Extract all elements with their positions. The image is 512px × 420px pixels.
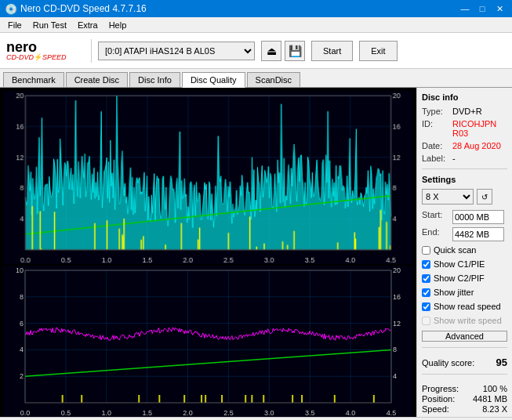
tab-disc-info[interactable]: Disc Info [129, 72, 180, 87]
speed-row: Speed: 8.23 X [422, 404, 507, 414]
tab-benchmark[interactable]: Benchmark [3, 72, 64, 87]
nero-product-text: CD-DVD⚡SPEED [6, 54, 67, 61]
c1pie-row: Show C1/PIE [422, 259, 507, 269]
quick-scan-row: Quick scan [422, 245, 507, 255]
progress-section: Progress: 100 % Position: 4481 MB Speed:… [422, 383, 507, 415]
legend-area: PI Errors Average: 3.93 Maximum: 16 Tota… [0, 417, 512, 420]
quality-value: 95 [496, 357, 507, 368]
start-button[interactable]: Start [311, 41, 353, 61]
quick-scan-label: Quick scan [434, 245, 476, 255]
maximize-button[interactable]: □ [474, 2, 490, 15]
write-speed-row: Show write speed [422, 316, 507, 325]
read-speed-label: Show read speed [434, 302, 501, 311]
minimize-button[interactable]: — [457, 2, 473, 15]
settings-title: Settings [422, 175, 507, 184]
write-speed-label: Show write speed [434, 316, 502, 325]
menu-help[interactable]: Help [104, 19, 132, 31]
eject-icon-button[interactable]: ⏏ [261, 41, 281, 61]
jitter-row: Show jitter [422, 288, 507, 297]
disc-label-label: Label: [422, 154, 449, 163]
divider-3 [422, 374, 507, 375]
toolbar-icons: ⏏ 💾 [261, 41, 305, 61]
divider-2 [422, 347, 507, 348]
quick-scan-checkbox[interactable] [422, 246, 430, 255]
quality-score-row: Quality score: 95 [422, 357, 507, 368]
jitter-checkbox[interactable] [422, 288, 430, 297]
start-mb-row: Start: [422, 210, 507, 224]
toolbar: nero CD-DVD⚡SPEED [0:0] ATAPI iHAS124 B … [0, 33, 512, 69]
progress-row: Progress: 100 % [422, 384, 507, 393]
exit-button[interactable]: Exit [359, 41, 397, 61]
position-row: Position: 4481 MB [422, 394, 507, 404]
advanced-button[interactable]: Advanced [422, 331, 507, 342]
read-speed-row: Show read speed [422, 302, 507, 311]
end-label: End: [422, 227, 449, 241]
c1pie-checkbox[interactable] [422, 260, 430, 269]
disc-label-row: Label: - [422, 154, 507, 163]
disc-label-value: - [452, 154, 456, 163]
title-bar-text: Nero CD-DVD Speed 4.7.7.16 [20, 3, 147, 14]
nero-brand-text: nero [6, 40, 37, 54]
nero-logo: nero CD-DVD⚡SPEED [6, 37, 85, 65]
speed-value: 8.23 X [482, 404, 507, 414]
menu-file[interactable]: File [3, 19, 27, 31]
title-bar-left: 💿 Nero CD-DVD Speed 4.7.7.16 [5, 3, 147, 15]
toolbar-divider [91, 39, 92, 63]
disc-type-value: DVD+R [452, 107, 482, 116]
c2pif-label: Show C2/PIF [434, 273, 485, 283]
quality-label: Quality score: [422, 358, 474, 368]
title-bar-controls: — □ ✕ [457, 2, 507, 15]
c2pif-row: Show C2/PIF [422, 273, 507, 283]
jitter-chart [3, 266, 413, 417]
menu-run-test[interactable]: Run Test [28, 19, 71, 31]
disc-id-value: RICOHJPN R03 [452, 119, 507, 138]
save-icon-button[interactable]: 💾 [285, 41, 305, 61]
close-button[interactable]: ✕ [492, 2, 507, 15]
speed-label: Speed: [422, 404, 449, 414]
disc-date-row: Date: 28 Aug 2020 [422, 141, 507, 150]
divider-1 [422, 168, 507, 169]
right-panel: Disc info Type: DVD+R ID: RICOHJPN R03 D… [416, 88, 512, 417]
end-input[interactable] [452, 227, 504, 241]
jitter-label: Show jitter [434, 288, 474, 297]
drive-select[interactable]: [0:0] ATAPI iHAS124 B AL0S [98, 42, 255, 60]
position-value: 4481 MB [473, 394, 507, 404]
start-label: Start: [422, 210, 449, 224]
menu-extra[interactable]: Extra [73, 19, 103, 31]
position-label: Position: [422, 394, 455, 404]
disc-date-label: Date: [422, 141, 449, 150]
speed-select[interactable]: 8 X [422, 189, 474, 205]
main-content: Disc info Type: DVD+R ID: RICOHJPN R03 D… [0, 88, 512, 417]
progress-value: 100 % [483, 384, 507, 393]
tab-scan-disc[interactable]: ScanDisc [247, 72, 300, 87]
pi-errors-chart [3, 91, 413, 264]
title-bar-icon: 💿 [5, 3, 17, 15]
disc-id-row: ID: RICOHJPN R03 [422, 119, 507, 138]
menu-bar: File Run Test Extra Help [0, 17, 512, 33]
read-speed-checkbox[interactable] [422, 302, 430, 311]
progress-label: Progress: [422, 384, 459, 393]
disc-type-row: Type: DVD+R [422, 107, 507, 116]
speed-settings-row: 8 X ↺ [422, 189, 507, 205]
title-bar: 💿 Nero CD-DVD Speed 4.7.7.16 — □ ✕ [0, 0, 512, 17]
end-mb-row: End: [422, 227, 507, 241]
charts-area [0, 88, 416, 417]
disc-id-label: ID: [422, 119, 449, 138]
tab-create-disc[interactable]: Create Disc [66, 72, 128, 87]
c1pie-label: Show C1/PIE [434, 259, 485, 269]
start-input[interactable] [452, 210, 504, 224]
write-speed-checkbox [422, 317, 430, 325]
disc-type-label: Type: [422, 107, 449, 116]
tab-disc-quality[interactable]: Disc Quality [182, 72, 245, 88]
disc-info-title: Disc info [422, 92, 507, 102]
c2pif-checkbox[interactable] [422, 274, 430, 283]
disc-date-value: 28 Aug 2020 [452, 141, 501, 150]
tabs: Benchmark Create Disc Disc Info Disc Qua… [0, 69, 512, 88]
refresh-icon-button[interactable]: ↺ [477, 189, 492, 205]
